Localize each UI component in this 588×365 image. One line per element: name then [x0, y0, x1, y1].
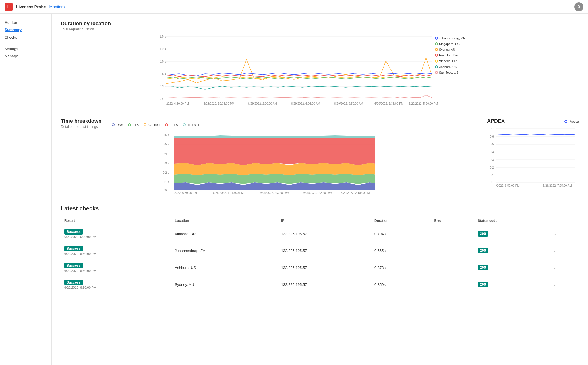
expand-cell[interactable]: ⌄ [550, 225, 579, 242]
breakdown-legend: DNS TLS Connect TTFB [111, 123, 199, 126]
location-cell: Vinhedo, BR [171, 225, 278, 242]
result-cell: Success 6/29/2022, 6:50:00 PM [61, 276, 171, 293]
table-row: Success 6/29/2022, 6:50:00 PM Ashburn, U… [61, 259, 579, 276]
app-name: Liveness Probe [16, 5, 46, 9]
success-badge: Success [64, 280, 83, 285]
apdex-title: APDEX [487, 118, 505, 124]
error-cell [431, 242, 474, 259]
duration-chart-subtitle: Total request duration [61, 27, 579, 31]
tls-label: TLS [133, 123, 139, 126]
status-badge: 200 [478, 231, 488, 237]
expand-cell[interactable]: ⌄ [550, 276, 579, 293]
sidebar-item-checks[interactable]: Checks [0, 34, 51, 41]
dns-legend: DNS [111, 123, 123, 126]
sydney-line [166, 58, 432, 84]
breakdown-chart-svg: 0.6 s 0.5 s 0.4 s 0.3 s 0.2 s 0.1 s 0 s [61, 132, 480, 195]
expand-cell[interactable]: ⌄ [550, 259, 579, 276]
apdex-y-0.3: 0.3 [490, 158, 494, 161]
breakdown-x-4: 6/29/2022, 9:20:00 AM [303, 191, 332, 194]
col-expand [550, 216, 579, 225]
svg-point-8 [144, 124, 146, 126]
apdex-legend-label: Apdex [570, 120, 579, 123]
duration-chart-container: 1.5 s 1.2 s 0.9 s 0.6 s 0.3 s 0 s [61, 34, 579, 109]
checks-table-header: Result Location IP Duration Error Status… [61, 216, 579, 225]
sidebar: Monitor Summary Checks Settings Manage [0, 14, 52, 365]
connect-legend-icon [143, 123, 147, 126]
dns-label: DNS [117, 123, 123, 126]
vinhedo-legend-dot [435, 60, 438, 62]
transfer-legend: Transfer [182, 123, 200, 126]
tls-legend-icon [127, 123, 132, 126]
check-time: 6/29/2022, 6:50:00 PM [64, 252, 168, 255]
col-ip: IP [278, 216, 371, 225]
col-location: Location [171, 216, 278, 225]
svg-point-10 [183, 124, 185, 126]
y-label-0.6s: 0.6 s [160, 73, 166, 76]
status-badge: 200 [478, 265, 488, 270]
apdex-line [496, 134, 575, 135]
duration-chart-svg: 1.5 s 1.2 s 0.9 s 0.6 s 0.3 s 0 s [61, 34, 579, 108]
breakdown-x-3: 6/29/2022, 4:30:00 AM [260, 191, 289, 194]
apdex-y-0.1: 0.1 [490, 174, 494, 177]
col-error: Error [431, 216, 474, 225]
breakdown-y-0.6s: 0.6 s [163, 134, 169, 137]
sydney-legend-dot [435, 48, 438, 51]
main-content: Duration by location Total request durat… [52, 14, 588, 365]
success-badge: Success [64, 246, 83, 251]
result-cell: Success 6/29/2022, 6:50:00 PM [61, 225, 171, 242]
chevron-down-icon[interactable]: ⌄ [553, 282, 556, 287]
expand-cell[interactable]: ⌄ [550, 242, 579, 259]
monitors-link[interactable]: Monitors [49, 5, 65, 9]
apdex-y-0.4: 0.4 [490, 151, 494, 154]
singapore-legend-label: Singapore, SG [439, 42, 460, 46]
breakdown-y-0.5s: 0.5 s [163, 143, 169, 146]
x-label-3: 6/29/2022, 2:20:00 AM [248, 102, 277, 105]
ip-cell: 132.226.195.57 [278, 259, 371, 276]
sidebar-item-manage[interactable]: Manage [0, 52, 51, 60]
tls-legend: TLS [127, 123, 139, 126]
breakdown-y-0.1s: 0.1 s [163, 181, 169, 184]
table-row: Success 6/29/2022, 6:50:00 PM Vinhedo, B… [61, 225, 579, 242]
table-row: Success 6/29/2022, 6:50:00 PM Sydney, AU… [61, 276, 579, 293]
duration-cell: 0.373s [371, 259, 431, 276]
apdex-y-0.5: 0.5 [490, 143, 494, 146]
apdex-section: APDEX Apdex 0.7 0.6 0.5 0.4 0.3 0.2 0.1 … [487, 118, 579, 190]
table-row: Success 6/29/2022, 6:50:00 PM Johannesbu… [61, 242, 579, 259]
frankfurt-legend-dot [435, 54, 438, 56]
chevron-down-icon[interactable]: ⌄ [553, 231, 556, 236]
chevron-down-icon[interactable]: ⌄ [553, 265, 556, 270]
johannesburg-legend-dot [435, 37, 438, 39]
svg-point-7 [128, 124, 131, 126]
y-label-0.9s: 0.9 s [160, 60, 166, 63]
ip-cell: 132.226.195.57 [278, 276, 371, 293]
apdex-y-0.6: 0.6 [490, 135, 494, 138]
success-badge: Success [64, 229, 83, 235]
breakdown-y-0s: 0 s [163, 188, 167, 192]
vinhedo-legend-label: Vinhedo, BR [439, 59, 457, 63]
status-badge: 200 [478, 248, 488, 253]
status-code-cell: 200 [474, 225, 550, 242]
frankfurt-line [166, 75, 432, 77]
user-avatar[interactable]: D [574, 2, 583, 11]
ttfb-area [174, 138, 375, 165]
connect-label: Connect [148, 123, 160, 126]
apdex-chart-svg: 0.7 0.6 0.5 0.4 0.3 0.2 0.1 0 [487, 126, 579, 189]
ttfb-legend: TTFB [164, 123, 178, 126]
sanjose-legend-dot [435, 71, 438, 74]
chevron-down-icon[interactable]: ⌄ [553, 248, 556, 253]
monitor-section-label: Monitor [0, 18, 51, 26]
x-label-4: 6/29/2022, 6:05:00 AM [291, 102, 320, 105]
ip-cell: 132.226.195.57 [278, 225, 371, 242]
error-cell [431, 225, 474, 242]
apdex-x-2: 6/29/2022, 7:25:00 AM [543, 184, 572, 187]
col-status-code: Status code [474, 216, 550, 225]
frankfurt-legend-label: Frankfurt, DE [439, 54, 458, 57]
latest-checks-section: Latest checks Result Location IP Duratio… [61, 205, 579, 293]
result-cell: Success 6/29/2022, 6:50:00 PM [61, 259, 171, 276]
status-code-cell: 200 [474, 259, 550, 276]
apdex-y-0.7: 0.7 [490, 127, 494, 130]
sidebar-item-summary[interactable]: Summary [0, 26, 51, 34]
breakdown-y-0.3s: 0.3 s [163, 162, 169, 165]
breakdown-x-1: 2022, 6:50:00 PM [174, 191, 197, 194]
checks-table: Result Location IP Duration Error Status… [61, 216, 579, 293]
